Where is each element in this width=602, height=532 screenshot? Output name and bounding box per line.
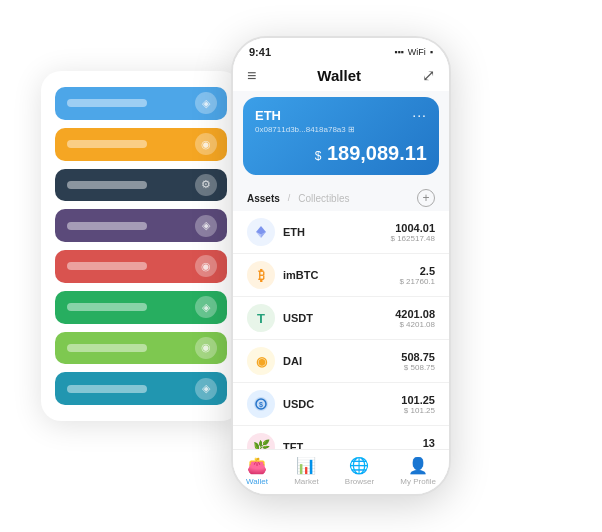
signal-icon: ▪▪▪ (394, 47, 404, 57)
tab-bar: 👛 Wallet 📊 Market 🌐 Browser 👤 My Profile (233, 449, 449, 494)
page-title: Wallet (317, 67, 361, 84)
market-tab-icon: 📊 (296, 456, 316, 475)
card-text (67, 385, 147, 393)
eth-logo (247, 218, 275, 246)
card-text (67, 140, 147, 148)
asset-amount: 2.5 (399, 265, 435, 277)
asset-list: ETH 1004.01 $ 162517.48 ₿ imBTC 2.5 $ 21… (233, 211, 449, 449)
list-item[interactable]: ◈ (55, 209, 227, 242)
table-row[interactable]: T USDT 4201.08 $ 4201.08 (233, 297, 449, 340)
assets-tabs: Assets / Collectibles (247, 193, 349, 204)
eth-card-menu-icon[interactable]: ··· (412, 107, 427, 123)
asset-amount: 1004.01 (391, 222, 436, 234)
asset-amount: 4201.08 (395, 308, 435, 320)
asset-name: USDC (283, 398, 401, 410)
currency-symbol: $ (315, 149, 322, 163)
battery-icon: ▪ (430, 47, 433, 57)
table-row[interactable]: ◉ DAI 508.75 $ 508.75 (233, 340, 449, 383)
card-panel: ◈ ◉ ⚙ ◈ ◉ ◈ ◉ ◈ (41, 71, 241, 421)
phone-mockup: 9:41 ▪▪▪ WiFi ▪ ≡ Wallet ⤢ ETH ··· 0x0 (231, 36, 451, 496)
eth-address: 0x08711d3b...8418a78a3 ⊞ (255, 125, 427, 134)
tab-assets[interactable]: Assets (247, 193, 280, 204)
menu-icon[interactable]: ≡ (247, 67, 256, 85)
card-icon: ◈ (195, 378, 217, 400)
expand-icon[interactable]: ⤢ (422, 66, 435, 85)
asset-values: 4201.08 $ 4201.08 (395, 308, 435, 329)
market-tab-label: Market (294, 477, 318, 486)
table-row[interactable]: ETH 1004.01 $ 162517.48 (233, 211, 449, 254)
profile-tab-icon: 👤 (408, 456, 428, 475)
dai-logo: ◉ (247, 347, 275, 375)
asset-usd: $ 101.25 (401, 406, 435, 415)
scene: ◈ ◉ ⚙ ◈ ◉ ◈ ◉ ◈ (21, 11, 581, 521)
tab-collectibles[interactable]: Collectibles (298, 193, 349, 204)
card-text (67, 344, 147, 352)
card-icon: ◉ (195, 133, 217, 155)
nav-bar: ≡ Wallet ⤢ (233, 62, 449, 91)
list-item[interactable]: ◈ (55, 87, 227, 120)
card-icon: ◈ (195, 215, 217, 237)
wifi-icon: WiFi (408, 47, 426, 57)
asset-amount: 508.75 (401, 351, 435, 363)
card-text (67, 222, 147, 230)
usdt-logo: T (247, 304, 275, 332)
list-item[interactable]: ◉ (55, 128, 227, 161)
asset-name: TFT (283, 441, 423, 449)
asset-name: imBTC (283, 269, 399, 281)
svg-text:$: $ (259, 401, 263, 409)
card-text (67, 99, 147, 107)
card-icon: ◉ (195, 255, 217, 277)
asset-values: 2.5 $ 21760.1 (399, 265, 435, 286)
browser-tab-label: Browser (345, 477, 374, 486)
list-item[interactable]: ◈ (55, 291, 227, 324)
asset-usd: $ 508.75 (401, 363, 435, 372)
eth-card-header: ETH ··· (255, 107, 427, 123)
tab-separator: / (288, 193, 291, 203)
card-icon: ⚙ (195, 174, 217, 196)
status-bar: 9:41 ▪▪▪ WiFi ▪ (233, 38, 449, 62)
assets-header: Assets / Collectibles + (233, 181, 449, 211)
list-item[interactable]: ◈ (55, 372, 227, 405)
card-text (67, 262, 147, 270)
table-row[interactable]: $ USDC 101.25 $ 101.25 (233, 383, 449, 426)
tab-browser[interactable]: 🌐 Browser (345, 456, 374, 486)
tab-profile[interactable]: 👤 My Profile (400, 456, 436, 486)
asset-name: USDT (283, 312, 395, 324)
asset-values: 508.75 $ 508.75 (401, 351, 435, 372)
table-row[interactable]: ₿ imBTC 2.5 $ 21760.1 (233, 254, 449, 297)
card-icon: ◈ (195, 92, 217, 114)
wallet-tab-icon: 👛 (247, 456, 267, 475)
card-icon: ◉ (195, 337, 217, 359)
tab-market[interactable]: 📊 Market (294, 456, 318, 486)
tft-logo: 🌿 (247, 433, 275, 449)
asset-values: 101.25 $ 101.25 (401, 394, 435, 415)
asset-values: 13 0 (423, 437, 435, 450)
asset-name: DAI (283, 355, 401, 367)
list-item[interactable]: ◉ (55, 250, 227, 283)
card-icon: ◈ (195, 296, 217, 318)
list-item[interactable]: ◉ (55, 332, 227, 365)
list-item[interactable]: ⚙ (55, 169, 227, 202)
eth-card-title: ETH (255, 108, 281, 123)
tab-wallet[interactable]: 👛 Wallet (246, 456, 268, 486)
status-time: 9:41 (249, 46, 271, 58)
asset-amount: 101.25 (401, 394, 435, 406)
balance-amount: 189,089.11 (327, 142, 427, 164)
status-icons: ▪▪▪ WiFi ▪ (394, 47, 433, 57)
eth-card[interactable]: ETH ··· 0x08711d3b...8418a78a3 ⊞ $ 189,0… (243, 97, 439, 175)
asset-name: ETH (283, 226, 391, 238)
phone-screen: 9:41 ▪▪▪ WiFi ▪ ≡ Wallet ⤢ ETH ··· 0x0 (233, 38, 449, 494)
asset-values: 1004.01 $ 162517.48 (391, 222, 436, 243)
browser-tab-icon: 🌐 (349, 456, 369, 475)
eth-balance: $ 189,089.11 (255, 142, 427, 165)
add-asset-button[interactable]: + (417, 189, 435, 207)
asset-usd: $ 4201.08 (395, 320, 435, 329)
imbtc-logo: ₿ (247, 261, 275, 289)
wallet-tab-label: Wallet (246, 477, 268, 486)
table-row[interactable]: 🌿 TFT 13 0 (233, 426, 449, 449)
asset-usd: $ 21760.1 (399, 277, 435, 286)
asset-usd: $ 162517.48 (391, 234, 436, 243)
profile-tab-label: My Profile (400, 477, 436, 486)
usdc-logo: $ (247, 390, 275, 418)
card-text (67, 181, 147, 189)
